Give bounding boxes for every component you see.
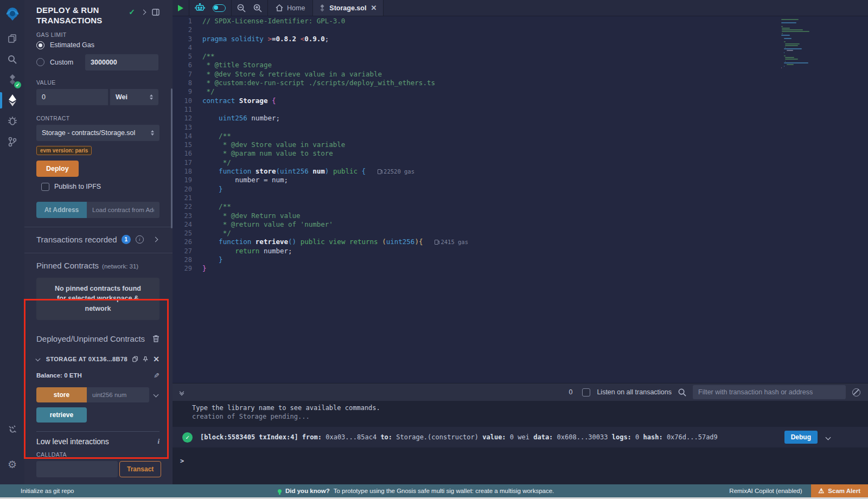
calldata-input[interactable] [36, 461, 118, 477]
line-number: 15 [173, 140, 202, 149]
pin-contract-icon[interactable] [143, 355, 148, 363]
expand-terminal-icon[interactable] [180, 390, 183, 395]
code-line[interactable]: 24 * @return value of 'number' [173, 220, 868, 229]
debug-button[interactable]: Debug [784, 431, 818, 444]
code-text: function store(uint256 num) public { [202, 167, 366, 176]
clear-terminal-icon[interactable] [852, 388, 860, 396]
terminal-prompt[interactable]: > [173, 447, 868, 465]
code-line[interactable]: 25 */ [173, 229, 868, 238]
code-line[interactable]: 20 } [173, 185, 868, 194]
minimap[interactable] [781, 19, 820, 69]
at-address-button[interactable]: At Address [36, 202, 87, 218]
pin-panel-icon[interactable] [152, 9, 159, 16]
retrieve-function-button[interactable]: retrieve [36, 407, 87, 423]
code-line[interactable]: 29} [173, 264, 868, 273]
code-line[interactable]: 9 */ [173, 87, 868, 96]
git-init-status[interactable]: Initialize as git repo [21, 488, 74, 494]
publish-ipfs-checkbox[interactable] [41, 183, 49, 191]
scam-alert-button[interactable]: ⚠ Scam Alert [811, 484, 868, 497]
collapse-panel-icon[interactable] [141, 9, 146, 15]
code-line[interactable]: 19 number = num; [173, 176, 868, 184]
calldata-label: CALLDATA [36, 451, 159, 458]
deploy-button[interactable]: Deploy [36, 161, 79, 177]
store-expand-icon[interactable] [154, 392, 159, 398]
code-line[interactable]: 17 */ [173, 158, 868, 167]
store-arg-input[interactable] [87, 387, 149, 402]
transactions-expand-icon[interactable] [153, 236, 158, 242]
line-number: 24 [173, 220, 202, 229]
contract-select[interactable]: Storage - contracts/Storage.sol [36, 125, 159, 141]
compile-success-badge: ✓ [14, 81, 21, 88]
evm-version-badge: evm version: paris [36, 146, 92, 155]
remix-logo-icon[interactable] [0, 0, 24, 28]
copilot-status[interactable]: RemixAI Copilot (enabled) [729, 488, 802, 494]
tx-expand-icon[interactable] [826, 434, 831, 440]
estimated-gas-option[interactable]: Estimated Gas [36, 41, 159, 49]
code-line[interactable]: 5/** [173, 52, 868, 61]
publish-ipfs-option[interactable]: Publish to IPFS [36, 183, 159, 191]
store-function-button[interactable]: store [36, 387, 87, 402]
code-line[interactable]: 28 } [173, 255, 868, 264]
contract-collapse-icon[interactable] [35, 356, 40, 361]
search-icon[interactable] [0, 49, 24, 69]
code-line[interactable]: 15 * @dev Store value in variable [173, 140, 868, 149]
settings-gear-icon[interactable]: ⚙ [0, 454, 24, 475]
code-text: // SPDX-License-Identifier: GPL-3.0 [202, 17, 345, 25]
listen-all-checkbox[interactable] [582, 388, 590, 396]
transaction-log-row[interactable]: ✓ [block:5583405 txIndex:4] from: 0xa03.… [173, 427, 868, 447]
low-level-info-icon[interactable]: i [157, 437, 159, 446]
tab-storage-sol[interactable]: Storage.sol ✕ [312, 0, 384, 16]
ai-assistant-robot-icon[interactable] [195, 3, 205, 12]
code-line[interactable]: 1// SPDX-License-Identifier: GPL-3.0 [173, 17, 868, 25]
transactions-info-icon[interactable]: i [136, 235, 144, 244]
code-line[interactable]: 4 [173, 43, 868, 52]
code-line[interactable]: 14 /** [173, 132, 868, 140]
estimated-gas-radio[interactable] [36, 41, 44, 49]
copilot-toggle[interactable] [213, 4, 226, 12]
deploy-and-run-icon[interactable] [0, 90, 24, 111]
git-icon[interactable] [0, 131, 24, 152]
tab-home[interactable]: Home [268, 0, 312, 16]
solidity-compiler-icon[interactable]: ✓ [0, 69, 24, 90]
value-input[interactable] [36, 89, 108, 105]
code-line[interactable]: 16 * @param num value to store [173, 149, 868, 158]
line-number: 18 [173, 167, 202, 176]
at-address-input[interactable] [87, 202, 159, 218]
code-line[interactable]: 7 * @dev Store & retrieve value in a var… [173, 70, 868, 79]
code-line[interactable]: 21 [173, 194, 868, 202]
zoom-out-icon[interactable] [237, 4, 246, 12]
code-line[interactable]: 26 function retrieve() public view retur… [173, 238, 868, 246]
close-tab-icon[interactable]: ✕ [371, 4, 376, 12]
terminal-output[interactable]: Type the library name to see available c… [173, 401, 868, 484]
plugin-manager-icon[interactable] [0, 419, 24, 440]
terminal-filter-input[interactable] [693, 385, 846, 399]
zoom-in-icon[interactable] [253, 4, 262, 12]
code-line[interactable]: 13 [173, 123, 868, 132]
code-line[interactable]: 18 function store(uint256 num) public {2… [173, 167, 868, 176]
code-line[interactable]: 12 uint256 number; [173, 114, 868, 123]
code-line[interactable]: 22 /** [173, 202, 868, 211]
code-line[interactable]: 6 * @title Storage [173, 61, 868, 69]
edit-balance-icon[interactable]: ✎ [154, 372, 159, 380]
code-line[interactable]: 3pragma solidity >=0.8.2 <0.9.0; [173, 35, 868, 43]
value-unit-select[interactable]: Wei [110, 89, 158, 105]
code-line[interactable]: 10contract Storage { [173, 97, 868, 105]
code-text: */ [202, 87, 215, 96]
code-editor[interactable]: 1// SPDX-License-Identifier: GPL-3.023pr… [173, 17, 868, 383]
balance-label: Balance: 0 ETH [36, 372, 82, 379]
custom-gas-input[interactable] [85, 54, 158, 71]
run-script-icon[interactable] [178, 5, 183, 11]
code-line[interactable]: 27 return number; [173, 247, 868, 255]
file-explorer-icon[interactable] [0, 28, 24, 49]
trash-icon[interactable] [152, 335, 159, 342]
code-line[interactable]: 8 * @custom:dev-run-script ./scripts/dep… [173, 79, 868, 87]
remove-contract-icon[interactable]: ✕ [153, 355, 159, 363]
copy-address-icon[interactable] [132, 355, 138, 363]
deployed-contract-item[interactable]: STORAGE AT 0X136...8B78 ✕ [36, 355, 159, 363]
transact-button[interactable]: Transact [119, 461, 161, 477]
code-line[interactable]: 11 [173, 105, 868, 114]
debugger-icon[interactable] [0, 111, 24, 131]
custom-gas-radio[interactable] [36, 58, 44, 66]
code-line[interactable]: 23 * @dev Return value [173, 212, 868, 220]
code-line[interactable]: 2 [173, 25, 868, 34]
